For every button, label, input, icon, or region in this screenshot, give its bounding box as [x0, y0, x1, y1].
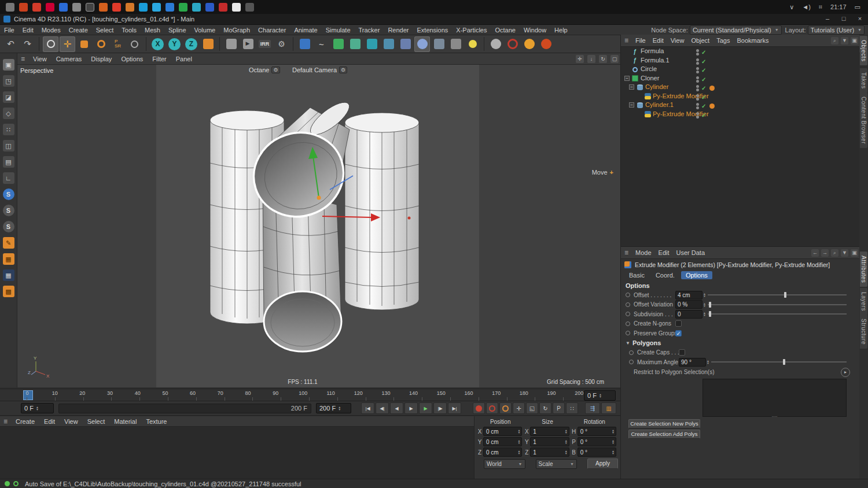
- menu-window[interactable]: Window: [520, 26, 550, 34]
- add-primitive-button[interactable]: [297, 36, 312, 52]
- coordinate-system-dropdown[interactable]: World▼: [484, 459, 525, 469]
- object-row-py-extrude[interactable]: Py-Extrude Modifier ✓: [621, 92, 859, 101]
- keyframe-selection-button[interactable]: [499, 402, 512, 414]
- node-space-dropdown[interactable]: Current (Standard/Physical) ▼: [690, 25, 782, 35]
- gear-icon[interactable]: ⚙: [271, 66, 279, 73]
- spinner-arrows-icon[interactable]: ▲▼: [703, 302, 706, 307]
- subdivision-field[interactable]: 0: [675, 310, 703, 319]
- create-ngons-checkbox[interactable]: [675, 320, 682, 327]
- next-key-button[interactable]: |▶: [433, 402, 447, 414]
- hamburger-icon[interactable]: ≡: [621, 249, 632, 257]
- menu-simulate[interactable]: Simulate: [322, 26, 355, 34]
- add-array-button[interactable]: [364, 36, 380, 52]
- visibility-dots-icon[interactable]: [696, 76, 699, 83]
- size-x-field[interactable]: 1▲▼: [530, 427, 569, 436]
- history-forward-icon[interactable]: →: [821, 249, 829, 257]
- phong-tag-icon[interactable]: [709, 103, 715, 109]
- menu-help[interactable]: Help: [550, 26, 572, 34]
- collapse-icon[interactable]: −: [629, 84, 634, 90]
- enable-snap-icon[interactable]: S: [3, 188, 14, 200]
- play-forward-button[interactable]: ▶: [419, 402, 432, 414]
- taskbar-app-icon[interactable]: [99, 3, 108, 12]
- attr-menu-edit[interactable]: Edit: [655, 249, 673, 257]
- attr-menu-mode[interactable]: Mode: [632, 249, 655, 257]
- menu-character[interactable]: Character: [254, 26, 290, 34]
- add-deformer-button[interactable]: [381, 36, 396, 52]
- taskbar-app-icon[interactable]: [6, 3, 14, 12]
- workplane-mode-icon[interactable]: ◇: [3, 108, 14, 119]
- visibility-dots-icon[interactable]: [696, 49, 699, 56]
- paint-setup-icon[interactable]: ✎: [3, 237, 14, 249]
- record-point-level-toggle[interactable]: ∷: [566, 402, 578, 414]
- apply-button[interactable]: Apply: [587, 459, 618, 469]
- vp-menu-panel[interactable]: Panel: [171, 55, 197, 63]
- view-name-label[interactable]: Perspective: [20, 67, 53, 74]
- octane-live-viewer-button[interactable]: [488, 36, 503, 52]
- visibility-dots-icon[interactable]: [696, 85, 699, 92]
- mat-menu-edit[interactable]: Edit: [39, 417, 60, 426]
- tray-chevron-icon[interactable]: ∨: [789, 3, 794, 11]
- om-menu-object[interactable]: Object: [687, 36, 713, 45]
- play-button[interactable]: ▶: [404, 402, 418, 414]
- taskbar-app-icon[interactable]: [165, 3, 174, 12]
- keyframe-dot[interactable]: [626, 331, 630, 335]
- lock-z-axis-button[interactable]: Z: [183, 36, 199, 52]
- menu-spline[interactable]: Spline: [164, 26, 190, 34]
- rotation-h-field[interactable]: 0 °▲▼: [578, 427, 616, 436]
- keyframe-dot[interactable]: [626, 302, 630, 307]
- taskbar-app-icon[interactable]: [232, 3, 241, 12]
- hamburger-icon[interactable]: ≡: [17, 55, 28, 63]
- record-scale-toggle[interactable]: ◱: [526, 402, 538, 414]
- preserve-groups-checkbox[interactable]: ✓: [675, 330, 682, 337]
- taskbar-app-icon[interactable]: [152, 3, 161, 12]
- add-field-button[interactable]: [398, 36, 413, 52]
- taskbar-app-icon[interactable]: [46, 3, 54, 12]
- selection-picker-icon[interactable]: ▸: [841, 368, 850, 377]
- menu-extensions[interactable]: Extensions: [413, 26, 452, 34]
- visibility-dots-icon[interactable]: [696, 103, 699, 110]
- taskbar-app-icon[interactable]: [72, 3, 81, 12]
- size-mode-dropdown[interactable]: Scale▼: [536, 459, 578, 469]
- tab-basic[interactable]: Basic: [624, 271, 649, 279]
- add-light-button[interactable]: [465, 36, 480, 52]
- texture-mode-icon[interactable]: ◪: [3, 91, 14, 103]
- move-tool[interactable]: ✛: [60, 36, 75, 52]
- gear-icon[interactable]: ⚙: [339, 66, 347, 73]
- coordinate-system-button[interactable]: [200, 36, 216, 52]
- create-selection-add-polys-button[interactable]: Create Selection Add Polys: [628, 430, 700, 439]
- menu-animate[interactable]: Animate: [290, 26, 321, 34]
- tab-objects[interactable]: Objects: [860, 36, 867, 65]
- octane-hud-dropdown[interactable]: Octane ⚙: [249, 66, 280, 73]
- menu-file[interactable]: File: [0, 26, 19, 34]
- tab-content-browser[interactable]: Content Browser: [860, 93, 867, 148]
- collapse-triangle-icon[interactable]: ▼: [626, 341, 630, 346]
- camera-hud-dropdown[interactable]: Default Camera ⚙: [292, 66, 347, 73]
- add-camera-button[interactable]: [448, 36, 464, 52]
- keying-settings-button[interactable]: ▥: [601, 402, 616, 414]
- spinner-arrows-icon[interactable]: ▲▼: [703, 293, 706, 297]
- menu-xparticles[interactable]: X-Particles: [452, 26, 491, 34]
- locked-workplane-icon[interactable]: ▩: [3, 286, 14, 297]
- position-y-field[interactable]: 0 cm▲▼: [483, 437, 522, 446]
- polygon-selection-list[interactable]: ....: [703, 379, 847, 417]
- vertex-snap-icon[interactable]: S: [3, 205, 14, 216]
- points-mode-icon[interactable]: ∷: [3, 124, 14, 135]
- taskbar-app-icon[interactable]: [59, 3, 68, 12]
- om-menu-bookmarks[interactable]: Bookmarks: [733, 36, 772, 45]
- tab-layers[interactable]: Layers: [860, 288, 867, 315]
- visibility-dots-icon[interactable]: [696, 67, 699, 74]
- taskbar-app-icon[interactable]: [19, 3, 28, 12]
- hamburger-icon[interactable]: ≡: [621, 36, 632, 45]
- minimize-button[interactable]: –: [819, 14, 836, 24]
- spinner-arrows-icon[interactable]: ▲▼: [703, 312, 706, 316]
- menu-create[interactable]: Create: [65, 26, 92, 34]
- model-mode-icon[interactable]: ◳: [3, 75, 14, 87]
- taskbar-app-icon[interactable]: [112, 3, 121, 12]
- edge-snap-icon[interactable]: S: [3, 221, 14, 232]
- playback-rate-button[interactable]: ⇶: [585, 402, 600, 414]
- mat-menu-select[interactable]: Select: [83, 417, 110, 426]
- lock-y-axis-button[interactable]: Y: [167, 36, 182, 52]
- search-icon[interactable]: ⌕: [831, 37, 838, 45]
- taskbar-app-icon[interactable]: [32, 3, 41, 12]
- menu-tracker[interactable]: Tracker: [355, 26, 384, 34]
